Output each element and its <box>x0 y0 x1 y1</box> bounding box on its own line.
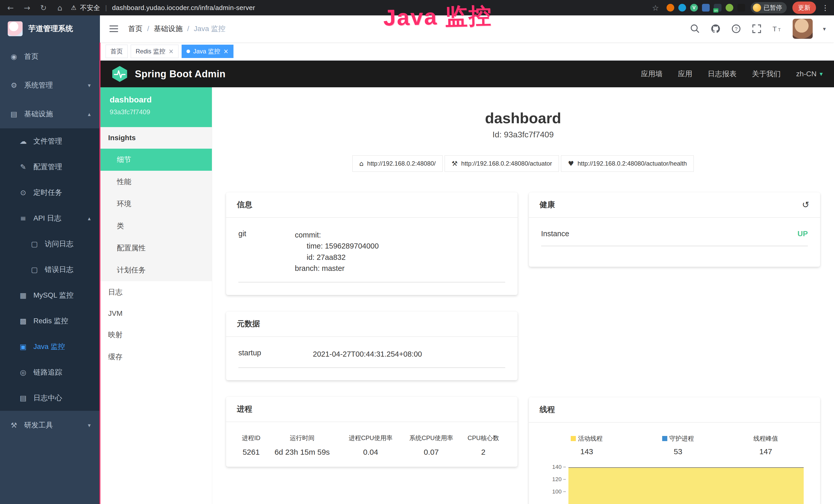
sidebar-item-scheduled-tasks[interactable]: ⊙ 定时任务 <box>0 180 100 205</box>
sba-nav-wallboard[interactable]: 应用墙 <box>641 69 663 79</box>
app-logo[interactable]: 芋道管理系统 <box>0 16 100 42</box>
instance-actuator-link[interactable]: ⚒ http://192.168.0.2:48080/actuator <box>445 155 559 172</box>
tick-dash <box>563 491 566 492</box>
close-icon[interactable]: × <box>169 48 174 54</box>
sba-locale-select[interactable]: zh-CN ▾ <box>796 70 823 78</box>
y-axis-tick: 100 <box>541 488 566 495</box>
sidebar-item-label: MySQL 监控 <box>34 290 73 300</box>
sba-menu-mappings[interactable]: 映射 <box>100 324 212 346</box>
paused-extension-badge[interactable]: 已暂停 <box>751 2 787 13</box>
instance-health-link[interactable]: ♥ http://192.168.0.2:48080/actuator/heal… <box>561 155 694 172</box>
proxy-extension-icon[interactable]: on <box>714 4 722 12</box>
extension-icon[interactable] <box>678 4 686 12</box>
chevron-down-icon: ▾ <box>88 82 91 89</box>
peak-threads-value: 147 <box>753 447 778 456</box>
history-icon[interactable]: ↺ <box>802 200 810 210</box>
sidebar-item-file-management[interactable]: ☁ 文件管理 <box>0 129 100 154</box>
sba-menu-environment[interactable]: 环境 <box>100 193 212 215</box>
security-label[interactable]: 不安全 <box>80 3 100 12</box>
heartbeat-icon: ♥ <box>568 160 574 167</box>
browser-update-button[interactable]: 更新 <box>792 2 816 14</box>
health-instance-row[interactable]: Instance UP <box>541 230 808 246</box>
reload-icon[interactable]: ↻ <box>38 3 49 12</box>
back-icon[interactable]: ← <box>5 3 16 12</box>
forward-icon[interactable]: → <box>22 3 32 12</box>
sba-menu-metrics[interactable]: 性能 <box>100 171 212 193</box>
sba-instance-header[interactable]: dashboard 93a3fc7f7409 <box>100 87 212 127</box>
threads-card: 线程 活动线程 143 <box>529 397 820 504</box>
sidebar-item-dev-tools[interactable]: ⚒ 研发工具 ▾ <box>0 411 100 439</box>
sidebar-item-log-center[interactable]: ▤ 日志中心 <box>0 385 100 411</box>
card-title: 信息 <box>226 192 518 218</box>
url-text[interactable]: dashboard.yudao.iocoder.cn/infra/admin-s… <box>112 4 255 12</box>
sidebar-item-redis-monitor[interactable]: ▩ Redis 监控 <box>0 308 100 334</box>
instance-id: 93a3fc7f7409 <box>110 108 202 116</box>
sba-menu-config-props[interactable]: 配置属性 <box>100 237 212 259</box>
sba-header: Spring Boot Admin 应用墙 应用 日志报表 关于我们 zh-CN… <box>100 61 834 87</box>
file-icon: ☁ <box>19 137 28 145</box>
bookmark-star-icon[interactable]: ☆ <box>650 3 661 12</box>
breadcrumb-separator: / <box>147 25 149 33</box>
mysql-icon: ▦ <box>19 291 28 300</box>
sba-nav-applications[interactable]: 应用 <box>678 69 693 79</box>
extension-icon[interactable] <box>666 4 674 12</box>
extension-icon[interactable] <box>738 4 745 12</box>
threads-chart: 140 120 100 <box>541 464 806 504</box>
sba-menu-classes[interactable]: 类 <box>100 215 212 237</box>
tag-java-monitor[interactable]: Java 监控 × <box>182 45 233 58</box>
page-title: dashboard <box>212 110 834 126</box>
threads-legend: 活动线程 143 守护进程 <box>541 434 808 456</box>
user-avatar[interactable] <box>793 19 813 39</box>
sba-menu-jvm[interactable]: JVM <box>100 303 212 324</box>
avatar-caret-icon[interactable]: ▾ <box>823 26 826 32</box>
fullscreen-icon[interactable] <box>751 24 762 34</box>
breadcrumb-infrastructure[interactable]: 基础设施 <box>154 24 183 33</box>
sba-menu-scheduled-tasks[interactable]: 计划任务 <box>100 259 212 281</box>
process-uptime: 6d 23h 15m 59s <box>264 448 340 457</box>
sidebar-item-access-logs[interactable]: ▢ 访问日志 <box>0 231 100 257</box>
instance-home-link[interactable]: ⌂ http://192.168.0.2:48080/ <box>352 155 443 172</box>
sidebar-item-system-management[interactable]: ⚙ 系统管理 ▾ <box>0 71 100 100</box>
sba-menu-details[interactable]: 细节 <box>100 148 212 171</box>
sba-nav-about[interactable]: 关于我们 <box>752 69 781 79</box>
breadcrumb: 首页 / 基础设施 / Java 监控 <box>128 24 225 33</box>
system-cpu: 0.07 <box>401 448 462 457</box>
address-bar[interactable]: ⚠ 不安全 | dashboard.yudao.iocoder.cn/infra… <box>71 3 644 12</box>
sba-menu-caches[interactable]: 缓存 <box>100 346 212 368</box>
sba-menu-logs[interactable]: 日志 <box>100 281 212 303</box>
sidebar-item-link-tracing[interactable]: ◎ 链路追踪 <box>0 360 100 385</box>
breadcrumb-home[interactable]: 首页 <box>128 24 142 33</box>
sidebar-fold-icon[interactable] <box>108 23 119 35</box>
font-size-icon[interactable]: T T <box>772 24 782 34</box>
legend-label: 活动线程 <box>578 434 602 443</box>
sidebar-item-config-management[interactable]: ✎ 配置管理 <box>0 154 100 180</box>
help-icon[interactable]: ? <box>731 24 741 34</box>
extension-icon[interactable] <box>702 4 710 12</box>
vue-devtools-icon[interactable]: V <box>690 4 698 12</box>
breadcrumb-separator: / <box>187 25 189 33</box>
search-icon[interactable] <box>690 24 700 34</box>
extension-icon[interactable] <box>726 4 733 12</box>
sba-insights-group: Insights 细节 性能 环境 类 配置属性 计划任务 <box>100 127 212 281</box>
gear-icon: ⚙ <box>9 81 19 90</box>
sba-nav-journal[interactable]: 日志报表 <box>708 69 737 79</box>
sidebar-item-label: 系统管理 <box>24 81 53 90</box>
legend-active-threads: 活动线程 143 <box>571 434 602 456</box>
sidebar-item-mysql-monitor[interactable]: ▦ MySQL 监控 <box>0 282 100 308</box>
tools-icon: ⚒ <box>9 421 19 430</box>
dashboard-icon: ◉ <box>9 52 19 61</box>
process-values-row: 5261 6d 23h 15m 59s 0.04 0.07 2 <box>238 448 505 457</box>
tag-home[interactable]: 首页 <box>106 45 128 58</box>
tag-redis-monitor[interactable]: Redis 监控 × <box>131 45 178 58</box>
close-icon[interactable]: × <box>223 48 228 54</box>
browser-home-icon[interactable]: ⌂ <box>54 3 65 12</box>
process-col-header: 进程CPU使用率 <box>340 434 401 448</box>
sidebar-item-infrastructure[interactable]: ▤ 基础设施 ▴ <box>0 100 100 129</box>
github-icon[interactable] <box>710 24 721 34</box>
sidebar-item-error-logs[interactable]: ▢ 错误日志 <box>0 257 100 282</box>
sidebar-item-home[interactable]: ◉ 首页 <box>0 42 100 71</box>
sidebar-item-java-monitor[interactable]: ▣ Java 监控 <box>0 334 100 360</box>
metadata-startup-row: startup 2021-04-27T00:44:31.254+08:00 <box>238 349 505 368</box>
sidebar-item-api-logs[interactable]: ≡ API 日志 ▴ <box>0 205 100 231</box>
browser-menu-icon[interactable]: ⋮ <box>822 4 829 12</box>
